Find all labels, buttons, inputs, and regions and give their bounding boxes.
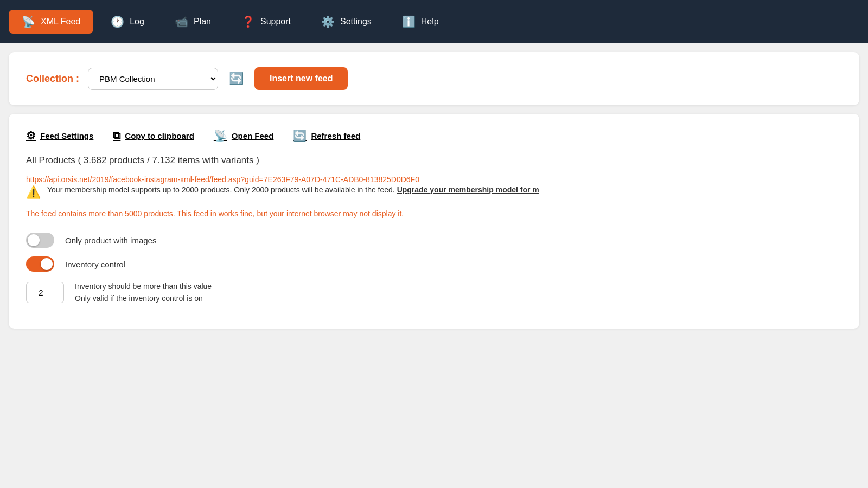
collection-row: Collection : PBM Collection All Products… [26,67,842,90]
refresh-collection-button[interactable]: 🔄 [227,69,246,88]
rss-open-icon: 📡 [214,129,227,142]
refresh-icon: 🔄 [293,129,307,142]
collection-card: Collection : PBM Collection All Products… [9,52,859,105]
history-icon: 🕐 [111,15,124,28]
feed-card: ⚙ Feed Settings ⧉ Copy to clipboard 📡 Op… [9,114,859,329]
nav-plan[interactable]: 📹 Plan [162,10,224,34]
product-title: All Products ( 3.682 products / 7.132 it… [26,155,842,166]
toggle-images-row: Only product with images [26,233,842,248]
inventory-value-input[interactable] [26,282,64,303]
nav-xml-feed[interactable]: 📡 XML Feed [9,10,93,34]
info-icon: ℹ️ [402,15,416,28]
refresh-feed-button[interactable]: 🔄 Refresh feed [293,129,360,142]
rss-icon: 📡 [22,15,35,28]
question-icon: ❓ [241,15,255,28]
warning-triangle-icon: ⚠️ [26,185,41,200]
gear-icon: ⚙️ [321,15,335,28]
toggle-inventory-slider [26,256,54,272]
feed-settings-button[interactable]: ⚙ Feed Settings [26,129,93,142]
large-feed-warning: The feed contains more than 5000 product… [26,208,842,220]
toggle-images[interactable] [26,233,54,248]
feed-actions-row: ⚙ Feed Settings ⧉ Copy to clipboard 📡 Op… [26,129,842,142]
plan-icon: 📹 [175,15,188,28]
nav-support[interactable]: ❓ Support [228,10,304,34]
feed-url-link[interactable]: https://api.orsis.net/2019/facebook-inst… [26,175,419,184]
inventory-description: Inventory should be more than this value… [75,280,212,305]
toggle-images-slider [26,233,54,248]
membership-warning-text: Your membership model supports up to 200… [47,184,539,196]
toggle-inventory-row: Inventory control [26,256,842,272]
toggle-inventory[interactable] [26,256,54,272]
gear-settings-icon: ⚙ [26,129,36,142]
membership-warning: ⚠️ Your membership model supports up to … [26,184,842,200]
copy-icon: ⧉ [113,130,120,142]
main-nav: 📡 XML Feed 🕐 Log 📹 Plan ❓ Support ⚙️ Set… [0,0,868,43]
toggle-images-label: Only product with images [65,236,156,245]
insert-new-feed-button[interactable]: Insert new feed [254,67,348,90]
collection-select[interactable]: PBM Collection All Products Featured Sal… [88,68,218,90]
nav-help[interactable]: ℹ️ Help [389,10,452,34]
inventory-row: Inventory should be more than this value… [26,280,842,305]
toggle-inventory-label: Inventory control [65,260,125,269]
nav-settings[interactable]: ⚙️ Settings [308,10,385,34]
upgrade-link[interactable]: Upgrade your membership model for m [397,185,539,194]
copy-to-clipboard-button[interactable]: ⧉ Copy to clipboard [113,130,194,142]
open-feed-button[interactable]: 📡 Open Feed [214,129,274,142]
nav-log[interactable]: 🕐 Log [98,10,157,34]
collection-label: Collection : [26,73,79,85]
